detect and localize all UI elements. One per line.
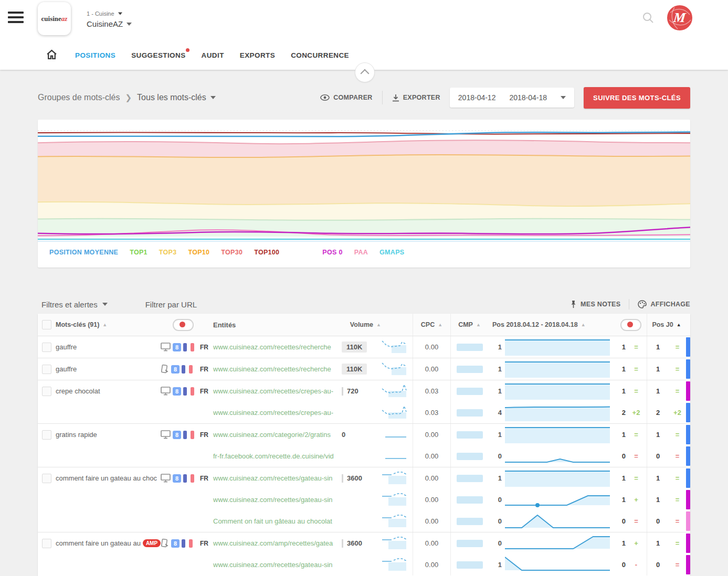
volume-sparkline-cell	[381, 554, 413, 575]
entities-toggle[interactable]	[173, 319, 194, 331]
pos-history-chart[interactable]	[505, 402, 610, 423]
nav-item-exports[interactable]: EXPORTS	[240, 48, 275, 62]
entity-url[interactable]: www.cuisineaz.com/categorie/2/gratins	[213, 431, 331, 439]
brand-initial: M	[673, 10, 687, 26]
display-settings-button[interactable]: AFFICHAGE	[638, 300, 690, 308]
compare-button[interactable]: COMPARER	[320, 94, 372, 101]
cmp-bar	[457, 431, 483, 439]
nav-item-suggestions[interactable]: SUGGESTIONS	[131, 48, 185, 62]
toolbar: Groupes de mots-clés ❯ Tous les mots-clé…	[38, 86, 690, 110]
row-status-bar	[686, 446, 690, 466]
breadcrumb-current-dropdown[interactable]: Tous les mots-clés	[137, 93, 216, 102]
cmp-cell	[450, 380, 488, 402]
pos-history-chart[interactable]	[505, 489, 610, 510]
column-header-cpc[interactable]: CPC▲	[413, 314, 450, 336]
column-header-cmp[interactable]: CMP▲	[450, 314, 488, 336]
language-label: FR	[200, 431, 208, 439]
column-header-entities: Entités	[213, 314, 342, 336]
entity-url[interactable]: www.cuisineaz.com/amp/recettes/gatea	[213, 539, 333, 547]
column-header-pos-range[interactable]: Pos 2018.04.12 - 2018.04.18▲	[488, 314, 613, 336]
pos-start-value: 1	[498, 365, 502, 373]
project-group-dropdown[interactable]: 1 - Cuisine	[87, 10, 132, 17]
row-checkbox[interactable]	[42, 387, 51, 396]
pos-j0-change-cell: =	[669, 489, 686, 510]
main-nav: POSITIONSSUGGESTIONSAUDITEXPORTSCONCURRE…	[46, 48, 349, 62]
filters-alerts-dropdown[interactable]: Filtres et alertes	[41, 300, 108, 309]
account-brand-logo[interactable]: M	[667, 5, 692, 30]
legend-item-pos-0[interactable]: POS 0	[322, 249, 342, 256]
pos-j0-change-cell: =	[669, 554, 686, 575]
nav-item-audit[interactable]: AUDIT	[202, 48, 224, 62]
entity-url[interactable]: www.cuisineaz.com/recettes/gateau-sin	[213, 496, 333, 504]
positions-area-chart[interactable]	[38, 126, 690, 243]
entity-url[interactable]: www.cuisineaz.com/recettes/crepes-au-	[213, 409, 333, 417]
keyword-label: gratins rapide	[56, 431, 97, 439]
breadcrumb-group[interactable]: Groupes de mots-clés	[38, 93, 120, 102]
search-icon[interactable]	[642, 12, 655, 26]
my-notes-button[interactable]: MES NOTES	[570, 300, 620, 308]
row-status-bar	[686, 511, 690, 531]
collapse-header-button[interactable]	[355, 62, 375, 82]
entity-url[interactable]: www.cuisineaz.com/recettes/crepes-au-	[213, 387, 333, 395]
legend-item-paa[interactable]: PAA	[354, 249, 368, 256]
legend-item-top3[interactable]: TOP3	[159, 249, 177, 256]
legend-item-gmaps[interactable]: GMAPS	[379, 249, 404, 256]
export-button[interactable]: EXPORTER	[392, 94, 440, 102]
nav-item-positions[interactable]: POSITIONS	[75, 48, 115, 62]
hamburger-menu-icon[interactable]	[8, 12, 24, 24]
home-icon[interactable]	[46, 49, 57, 62]
pos-history-chart[interactable]	[505, 381, 610, 401]
entity-url[interactable]: www.cuisineaz.com/recettes/recherche	[213, 343, 331, 351]
flag-fr-red-icon	[191, 474, 194, 483]
cmp-cell	[450, 532, 488, 554]
column-header-volume[interactable]: Volume▲	[342, 314, 381, 336]
cpc-cell: 0.00	[413, 358, 450, 380]
filter-by-url-button[interactable]: Filtrer par URL	[145, 300, 197, 309]
legend-item-top10[interactable]: TOP10	[188, 249, 209, 256]
pos-chart-toggle[interactable]	[620, 319, 641, 331]
pos-history-chart[interactable]	[505, 337, 610, 357]
language-cell: FR	[200, 424, 213, 445]
chart-legend: POSITION MOYENNETOP1TOP3TOP10TOP30TOP100…	[49, 249, 416, 256]
legend-item-position-moyenne[interactable]: POSITION MOYENNE	[49, 249, 118, 256]
entity-url[interactable]: www.cuisineaz.com/recettes/recherche	[213, 365, 331, 373]
legend-item-top1[interactable]: TOP1	[130, 249, 147, 256]
row-checkbox[interactable]	[42, 430, 51, 440]
entity-url[interactable]: www.cuisineaz.com/recettes/gateau-sin	[213, 474, 333, 482]
pos-history-chart[interactable]	[505, 468, 610, 488]
pos-history-chart[interactable]	[505, 533, 610, 553]
pos-history-chart[interactable]	[505, 446, 610, 466]
pos-history-chart[interactable]	[505, 359, 610, 379]
cmp-bar	[457, 453, 483, 460]
legend-item-top30[interactable]: TOP30	[221, 249, 242, 256]
project-name-dropdown[interactable]: CuisineAZ	[87, 19, 132, 28]
column-header-pos-j0[interactable]: Pos J0▲	[647, 314, 686, 336]
legend-item-top100[interactable]: TOP100	[254, 249, 279, 256]
pos-change-cell: +	[626, 489, 647, 510]
follow-keywords-button[interactable]: SUIVRE DES MOTS-CLÉS	[584, 87, 690, 109]
entity-url[interactable]: fr-fr.facebook.com/recette.de.cuisine/vi…	[213, 452, 334, 460]
date-range-picker[interactable]: 2018-04-12 2018-04-18	[450, 88, 574, 108]
row-checkbox[interactable]	[42, 343, 51, 352]
row-checkbox[interactable]	[42, 474, 51, 483]
volume-sparkline-cell	[381, 380, 413, 402]
entity-url[interactable]: Comment on fait un gâteau au chocolat	[213, 517, 332, 525]
volume-bar	[342, 387, 343, 396]
project-name-label: CuisineAZ	[87, 19, 123, 28]
volume-cell: 110K	[342, 336, 381, 358]
site-logo[interactable]: cuisineaz	[38, 2, 71, 35]
pos-history-chart[interactable]	[505, 511, 610, 531]
volume-cell: 3600	[342, 467, 381, 489]
nav-item-concurrence[interactable]: CONCURRENCE	[291, 48, 349, 62]
pos-history-chart[interactable]	[505, 424, 610, 445]
entity-url[interactable]: www.cuisineaz.com/recettes/gateau-sin	[213, 561, 333, 569]
column-header-keywords[interactable]: Mots-clés (91)▲	[56, 314, 161, 336]
sort-asc-icon: ▲	[476, 322, 481, 327]
row-checkbox[interactable]	[42, 365, 51, 374]
pos-history-chart[interactable]	[505, 554, 610, 575]
pos-change-cell: =	[626, 424, 647, 445]
flag-fr-blue-icon	[182, 365, 185, 374]
row-checkbox[interactable]	[42, 539, 51, 548]
site-logo-text: cuisineaz	[41, 15, 68, 23]
select-all-checkbox[interactable]	[42, 320, 51, 329]
